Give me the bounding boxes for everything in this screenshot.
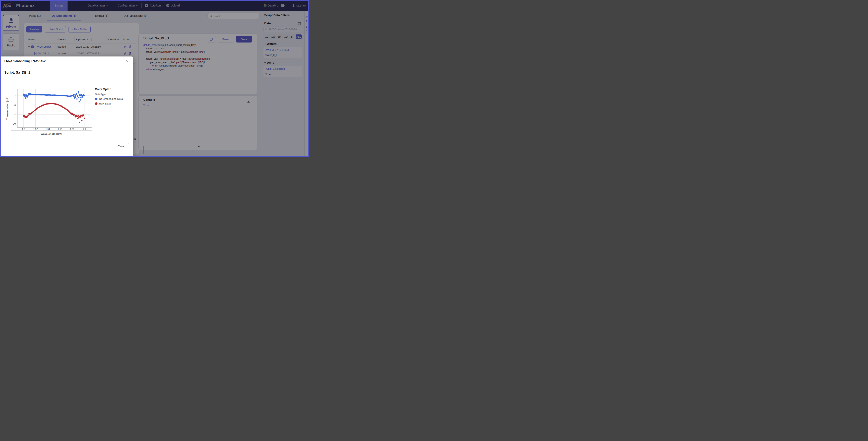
modal-script-label: Script: Sa_DE_1 (4, 71, 30, 75)
modal-divider (0, 67, 129, 67)
svg-text:1.58: 1.58 (70, 128, 74, 130)
svg-text:1.6: 1.6 (83, 128, 86, 130)
de-embedding-preview-modal: De-embedding Preview Script: Sa_DE_1 Tra… (0, 57, 133, 156)
app-viewport: Apx – Photonix Scripts DataManager Confi… (0, 0, 309, 157)
svg-text:1.5: 1.5 (22, 128, 25, 130)
legend-dot-red (95, 102, 97, 105)
close-icon[interactable] (125, 59, 129, 64)
legend-item-de-embedding[interactable]: De-embedding Data (95, 97, 123, 100)
legend-dot-blue (95, 98, 97, 100)
chart-x-axis-label: Wavelength [um] (11, 132, 92, 135)
chart-legend: Color Split : DataType De-embedding Data… (95, 88, 123, 105)
modal-title: De-embedding Preview (4, 59, 45, 63)
legend-item-raw[interactable]: Raw Data (95, 102, 123, 105)
svg-text:1.56: 1.56 (58, 128, 62, 130)
preview-chart: 0-20-40-601.51.521.541.561.581.6 (11, 87, 92, 131)
chart-y-axis-label: Transmission [dB] (6, 87, 9, 130)
svg-text:1.52: 1.52 (33, 128, 38, 130)
svg-text:-60: -60 (13, 123, 17, 125)
svg-text:-40: -40 (13, 113, 17, 116)
legend-subtitle: DataType (95, 93, 123, 96)
svg-text:0: 0 (15, 94, 17, 97)
svg-text:1.54: 1.54 (45, 128, 50, 130)
legend-title: Color Split : (95, 88, 123, 91)
close-button[interactable]: Close (114, 143, 129, 149)
svg-text:-20: -20 (13, 104, 17, 106)
